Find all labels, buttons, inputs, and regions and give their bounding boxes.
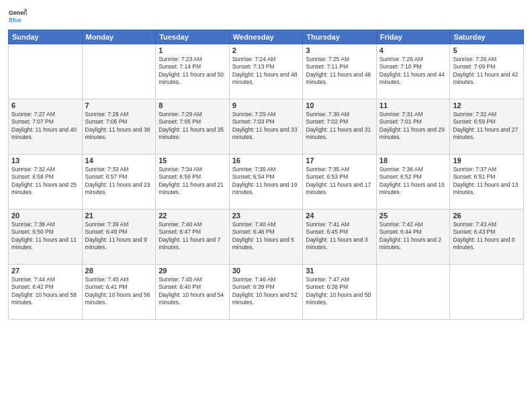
calendar-cell: 15Sunrise: 7:34 AM Sunset: 6:56 PM Dayli… — [156, 154, 230, 210]
day-info: Sunrise: 7:31 AM Sunset: 7:01 PM Dayligh… — [380, 111, 447, 142]
header: General Blue — [8, 7, 524, 26]
weekday-header: Saturday — [450, 30, 524, 44]
day-number: 2 — [232, 46, 300, 54]
day-info: Sunrise: 7:32 AM Sunset: 6:58 PM Dayligh… — [11, 166, 79, 197]
day-info: Sunrise: 7:41 AM Sunset: 6:45 PM Dayligh… — [306, 221, 373, 252]
day-info: Sunrise: 7:45 AM Sunset: 6:40 PM Dayligh… — [159, 276, 226, 307]
calendar-cell: 31Sunrise: 7:47 AM Sunset: 6:38 PM Dayli… — [303, 265, 377, 320]
logo-icon: General Blue — [8, 7, 27, 26]
day-info: Sunrise: 7:35 AM Sunset: 6:54 PM Dayligh… — [232, 166, 300, 197]
weekday-header: Sunday — [9, 30, 83, 44]
day-info: Sunrise: 7:39 AM Sunset: 6:49 PM Dayligh… — [85, 221, 153, 252]
day-number: 5 — [453, 46, 521, 54]
weekday-header: Thursday — [303, 30, 377, 44]
day-number: 24 — [306, 212, 373, 220]
day-info: Sunrise: 7:47 AM Sunset: 6:38 PM Dayligh… — [306, 276, 373, 307]
day-number: 1 — [159, 46, 226, 54]
day-info: Sunrise: 7:40 AM Sunset: 6:47 PM Dayligh… — [159, 221, 226, 252]
day-info: Sunrise: 7:45 AM Sunset: 6:41 PM Dayligh… — [85, 276, 153, 307]
calendar-cell: 16Sunrise: 7:35 AM Sunset: 6:54 PM Dayli… — [229, 154, 303, 210]
day-info: Sunrise: 7:25 AM Sunset: 7:11 PM Dayligh… — [306, 56, 373, 87]
calendar-cell: 18Sunrise: 7:36 AM Sunset: 6:52 PM Dayli… — [376, 154, 450, 210]
weekday-header: Monday — [82, 30, 156, 44]
calendar-cell: 14Sunrise: 7:33 AM Sunset: 6:57 PM Dayli… — [82, 154, 156, 210]
weekday-header-row: SundayMondayTuesdayWednesdayThursdayFrid… — [9, 30, 524, 44]
day-number: 4 — [380, 46, 447, 54]
calendar-week-row: 13Sunrise: 7:32 AM Sunset: 6:58 PM Dayli… — [9, 154, 524, 210]
day-info: Sunrise: 7:29 AM Sunset: 7:05 PM Dayligh… — [159, 111, 226, 142]
day-info: Sunrise: 7:42 AM Sunset: 6:44 PM Dayligh… — [380, 221, 447, 252]
calendar-cell: 3Sunrise: 7:25 AM Sunset: 7:11 PM Daylig… — [303, 44, 377, 99]
calendar-cell: 5Sunrise: 7:26 AM Sunset: 7:09 PM Daylig… — [450, 44, 524, 99]
calendar-cell: 23Sunrise: 7:40 AM Sunset: 6:46 PM Dayli… — [229, 210, 303, 265]
day-info: Sunrise: 7:27 AM Sunset: 7:07 PM Dayligh… — [11, 111, 79, 142]
day-number: 16 — [232, 156, 300, 165]
calendar-cell: 29Sunrise: 7:45 AM Sunset: 6:40 PM Dayli… — [156, 265, 230, 320]
calendar-cell: 7Sunrise: 7:28 AM Sunset: 7:06 PM Daylig… — [82, 99, 156, 154]
weekday-header: Tuesday — [156, 30, 230, 44]
day-number: 28 — [85, 267, 153, 275]
day-number: 29 — [159, 267, 226, 275]
day-number: 21 — [85, 212, 153, 220]
day-number: 10 — [306, 101, 373, 109]
calendar-cell — [82, 44, 156, 99]
day-info: Sunrise: 7:28 AM Sunset: 7:06 PM Dayligh… — [85, 111, 153, 142]
day-info: Sunrise: 7:33 AM Sunset: 6:57 PM Dayligh… — [85, 166, 153, 197]
day-number: 13 — [11, 156, 79, 165]
day-number: 30 — [232, 267, 300, 275]
day-number: 22 — [159, 212, 226, 220]
calendar-cell: 25Sunrise: 7:42 AM Sunset: 6:44 PM Dayli… — [376, 210, 450, 265]
calendar-cell: 22Sunrise: 7:40 AM Sunset: 6:47 PM Dayli… — [156, 210, 230, 265]
day-info: Sunrise: 7:23 AM Sunset: 7:14 PM Dayligh… — [159, 56, 226, 87]
day-info: Sunrise: 7:34 AM Sunset: 6:56 PM Dayligh… — [159, 166, 226, 197]
day-number: 7 — [85, 101, 153, 109]
day-number: 15 — [159, 156, 226, 165]
calendar-cell: 1Sunrise: 7:23 AM Sunset: 7:14 PM Daylig… — [156, 44, 230, 99]
day-info: Sunrise: 7:26 AM Sunset: 7:10 PM Dayligh… — [380, 56, 447, 87]
calendar-cell: 4Sunrise: 7:26 AM Sunset: 7:10 PM Daylig… — [376, 44, 450, 99]
day-number: 8 — [159, 101, 226, 109]
day-info: Sunrise: 7:24 AM Sunset: 7:13 PM Dayligh… — [232, 56, 300, 87]
logo: General Blue — [8, 7, 27, 26]
day-number: 3 — [306, 46, 373, 54]
calendar-container: General Blue SundayMondayTuesdayWednesda… — [0, 0, 532, 411]
day-info: Sunrise: 7:36 AM Sunset: 6:52 PM Dayligh… — [380, 166, 447, 197]
day-info: Sunrise: 7:37 AM Sunset: 6:51 PM Dayligh… — [453, 166, 521, 197]
calendar-cell: 30Sunrise: 7:46 AM Sunset: 6:39 PM Dayli… — [229, 265, 303, 320]
calendar-cell: 6Sunrise: 7:27 AM Sunset: 7:07 PM Daylig… — [9, 99, 83, 154]
day-info: Sunrise: 7:26 AM Sunset: 7:09 PM Dayligh… — [453, 56, 521, 87]
calendar-cell: 13Sunrise: 7:32 AM Sunset: 6:58 PM Dayli… — [9, 154, 83, 210]
calendar-week-row: 20Sunrise: 7:38 AM Sunset: 6:50 PM Dayli… — [9, 210, 524, 265]
day-number: 20 — [11, 212, 79, 220]
day-info: Sunrise: 7:35 AM Sunset: 6:53 PM Dayligh… — [306, 166, 373, 197]
calendar-cell: 11Sunrise: 7:31 AM Sunset: 7:01 PM Dayli… — [376, 99, 450, 154]
calendar-cell: 12Sunrise: 7:32 AM Sunset: 6:59 PM Dayli… — [450, 99, 524, 154]
day-info: Sunrise: 7:46 AM Sunset: 6:39 PM Dayligh… — [232, 276, 300, 307]
calendar-cell: 28Sunrise: 7:45 AM Sunset: 6:41 PM Dayli… — [82, 265, 156, 320]
day-number: 14 — [85, 156, 153, 165]
calendar-cell: 9Sunrise: 7:29 AM Sunset: 7:03 PM Daylig… — [229, 99, 303, 154]
day-number: 11 — [380, 101, 447, 109]
day-number: 9 — [232, 101, 300, 109]
day-number: 12 — [453, 101, 521, 109]
day-number: 17 — [306, 156, 373, 165]
calendar-week-row: 6Sunrise: 7:27 AM Sunset: 7:07 PM Daylig… — [9, 99, 524, 154]
weekday-header: Wednesday — [229, 30, 303, 44]
calendar-table: SundayMondayTuesdayWednesdayThursdayFrid… — [8, 30, 524, 320]
day-number: 27 — [11, 267, 79, 275]
weekday-header: Friday — [376, 30, 450, 44]
day-number: 19 — [453, 156, 521, 165]
calendar-week-row: 1Sunrise: 7:23 AM Sunset: 7:14 PM Daylig… — [9, 44, 524, 99]
calendar-cell — [450, 265, 524, 320]
calendar-cell: 2Sunrise: 7:24 AM Sunset: 7:13 PM Daylig… — [229, 44, 303, 99]
day-number: 6 — [11, 101, 79, 109]
day-number: 23 — [232, 212, 300, 220]
day-info: Sunrise: 7:30 AM Sunset: 7:02 PM Dayligh… — [306, 111, 373, 142]
calendar-cell: 26Sunrise: 7:43 AM Sunset: 6:43 PM Dayli… — [450, 210, 524, 265]
day-info: Sunrise: 7:38 AM Sunset: 6:50 PM Dayligh… — [11, 221, 79, 252]
day-info: Sunrise: 7:29 AM Sunset: 7:03 PM Dayligh… — [232, 111, 300, 142]
day-number: 18 — [380, 156, 447, 165]
calendar-cell: 24Sunrise: 7:41 AM Sunset: 6:45 PM Dayli… — [303, 210, 377, 265]
svg-text:General: General — [9, 9, 27, 16]
calendar-cell: 21Sunrise: 7:39 AM Sunset: 6:49 PM Dayli… — [82, 210, 156, 265]
